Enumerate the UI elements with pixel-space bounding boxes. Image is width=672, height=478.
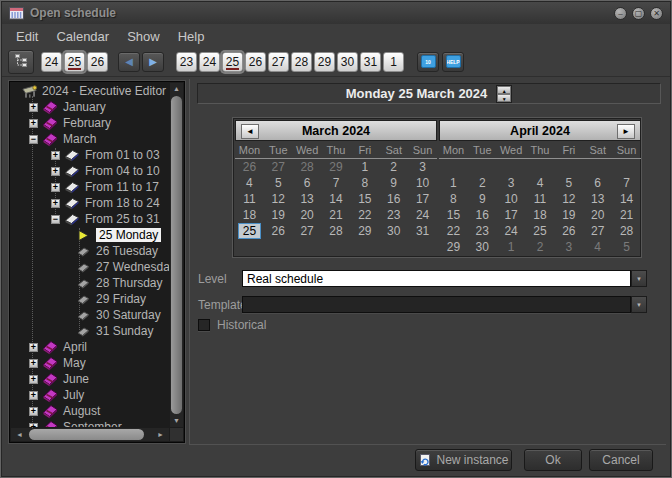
- menu-item-help[interactable]: Help: [169, 27, 214, 46]
- calendar-day-cell[interactable]: 17: [497, 207, 526, 223]
- calendar-day-cell[interactable]: 22: [350, 207, 379, 223]
- expand-toggle-from-11-to-17[interactable]: +: [51, 183, 60, 192]
- calendar-day-cell[interactable]: 1: [439, 175, 468, 191]
- expand-toggle-august[interactable]: +: [29, 407, 38, 416]
- calendar-day-cell[interactable]: 4: [583, 239, 612, 255]
- calendar-day-cell[interactable]: 14: [322, 191, 351, 207]
- calendar-day-cell[interactable]: 1: [350, 159, 379, 175]
- tree-item-30-saturday[interactable]: 30 Saturday: [11, 307, 169, 323]
- calendar-day-cell[interactable]: 26: [554, 223, 583, 239]
- calendar-day-cell[interactable]: 10: [497, 191, 526, 207]
- calendar-day-cell[interactable]: 6: [583, 175, 612, 191]
- tree-item-april[interactable]: +April: [11, 339, 169, 355]
- calendar-day-cell[interactable]: 29: [322, 159, 351, 175]
- calendar-day-cell[interactable]: 13: [293, 191, 322, 207]
- calendar-day-cell[interactable]: 7: [322, 175, 351, 191]
- calendar-numbers-button[interactable]: 10: [417, 52, 439, 72]
- calendar-day-cell[interactable]: 20: [293, 207, 322, 223]
- calendar-day-cell[interactable]: 4: [235, 175, 264, 191]
- calendar-day-cell[interactable]: 23: [468, 223, 497, 239]
- tree-item-march[interactable]: −March: [11, 131, 169, 147]
- toolbar-date-button-29[interactable]: 29: [314, 52, 335, 72]
- level-dropdown-arrow[interactable]: ▼: [631, 270, 647, 287]
- calendar-day-cell[interactable]: 31: [408, 223, 437, 239]
- calendar-day-cell[interactable]: 30: [468, 239, 497, 255]
- calendar-day-cell[interactable]: 28: [322, 223, 351, 239]
- toolbar-day-button-24[interactable]: 24: [41, 52, 62, 72]
- calendar-day-cell[interactable]: 5: [554, 175, 583, 191]
- calendar-day-cell[interactable]: 29: [439, 239, 468, 255]
- expand-toggle-from-04-to-10[interactable]: +: [51, 167, 60, 176]
- tree-item-january[interactable]: +January: [11, 99, 169, 115]
- calendar-day-cell[interactable]: 9: [379, 175, 408, 191]
- maximize-button[interactable]: ▢: [632, 7, 645, 20]
- calendar-day-cell[interactable]: 14: [612, 191, 641, 207]
- date-spinner-down-button[interactable]: ▼: [497, 94, 511, 102]
- expand-toggle-from-01-to-03[interactable]: +: [51, 151, 60, 160]
- calendar-day-cell[interactable]: 29: [350, 223, 379, 239]
- tree-horizontal-scrollbar[interactable]: ◄ ►: [11, 428, 169, 441]
- calendar-day-cell[interactable]: 8: [439, 191, 468, 207]
- calendar-day-cell[interactable]: 12: [264, 191, 293, 207]
- tree-item-from-18-to-24[interactable]: +From 18 to 24: [11, 195, 169, 211]
- calendar-day-cell[interactable]: 16: [379, 191, 408, 207]
- calendar-day-cell[interactable]: 3: [408, 159, 437, 175]
- calendar-day-cell[interactable]: 23: [379, 207, 408, 223]
- vertical-scroll-thumb[interactable]: [171, 96, 182, 414]
- date-spinner-up-button[interactable]: ▲: [497, 86, 511, 94]
- calendar-day-cell[interactable]: 26: [235, 159, 264, 175]
- calendar-day-cell[interactable]: 24: [497, 223, 526, 239]
- expand-toggle-january[interactable]: +: [29, 103, 38, 112]
- tree-item-from-11-to-17[interactable]: +From 11 to 17: [11, 179, 169, 195]
- calendar-day-cell[interactable]: 6: [293, 175, 322, 191]
- close-button[interactable]: ✕: [650, 7, 663, 20]
- calendar-day-cell[interactable]: 28: [293, 159, 322, 175]
- tree-item-from-04-to-10[interactable]: +From 04 to 10: [11, 163, 169, 179]
- toolbar-date-button-25[interactable]: 25: [222, 52, 243, 72]
- menu-item-show[interactable]: Show: [118, 27, 169, 46]
- tree-view-toggle-button[interactable]: [8, 50, 34, 74]
- level-combobox[interactable]: Real schedule: [242, 270, 631, 287]
- calendar-day-cell[interactable]: 13: [583, 191, 612, 207]
- tree-item-june[interactable]: +June: [11, 371, 169, 387]
- calendar-day-cell[interactable]: 25: [526, 223, 555, 239]
- tree-item-2024-executive-editor[interactable]: 2024 - Executive Editor: [11, 83, 169, 99]
- tree-vertical-scrollbar[interactable]: ▲ ▼: [170, 83, 183, 427]
- tree-item-august[interactable]: +August: [11, 403, 169, 419]
- calendar-day-cell[interactable]: 4: [526, 175, 555, 191]
- calendar-day-cell[interactable]: 2: [379, 159, 408, 175]
- calendar-day-cell[interactable]: 18: [526, 207, 555, 223]
- toolbar-date-button-28[interactable]: 28: [291, 52, 312, 72]
- template-combobox[interactable]: [242, 296, 631, 313]
- expand-toggle-may[interactable]: +: [29, 359, 38, 368]
- calendar-day-cell[interactable]: 21: [322, 207, 351, 223]
- calendar-day-cell[interactable]: 5: [264, 175, 293, 191]
- expand-toggle-july[interactable]: +: [29, 391, 38, 400]
- horizontal-scroll-thumb[interactable]: [29, 429, 144, 440]
- help-button[interactable]: HELP: [442, 52, 464, 72]
- calendar-day-cell[interactable]: 28: [612, 223, 641, 239]
- scroll-down-icon[interactable]: ▼: [170, 415, 183, 427]
- toolbar-date-button-26[interactable]: 26: [245, 52, 266, 72]
- calendar-day-cell[interactable]: 12: [554, 191, 583, 207]
- expand-toggle-from-18-to-24[interactable]: +: [51, 199, 60, 208]
- tree-item-may[interactable]: +May: [11, 355, 169, 371]
- calendar-day-cell[interactable]: 2: [526, 239, 555, 255]
- tree-item-27-wednesday[interactable]: 27 Wednesday: [11, 259, 169, 275]
- tree-item-28-thursday[interactable]: 28 Thursday: [11, 275, 169, 291]
- toolbar-date-button-24[interactable]: 24: [199, 52, 220, 72]
- calendar-day-cell[interactable]: 22: [439, 223, 468, 239]
- calendar-day-cell[interactable]: 3: [554, 239, 583, 255]
- calendar-day-cell[interactable]: 3: [497, 175, 526, 191]
- calendar-day-cell[interactable]: 16: [468, 207, 497, 223]
- expand-toggle-march[interactable]: −: [29, 135, 38, 144]
- calendar-day-cell[interactable]: 19: [264, 207, 293, 223]
- toolbar-day-button-25[interactable]: 25: [64, 52, 85, 72]
- calendar-day-cell[interactable]: 24: [408, 207, 437, 223]
- calendar-day-cell[interactable]: 20: [583, 207, 612, 223]
- calendar-day-cell[interactable]: 2: [468, 175, 497, 191]
- toolbar-date-button-31[interactable]: 31: [360, 52, 381, 72]
- expand-toggle-february[interactable]: +: [29, 119, 38, 128]
- calendar-day-cell[interactable]: 15: [350, 191, 379, 207]
- template-dropdown-arrow[interactable]: ▼: [631, 296, 647, 313]
